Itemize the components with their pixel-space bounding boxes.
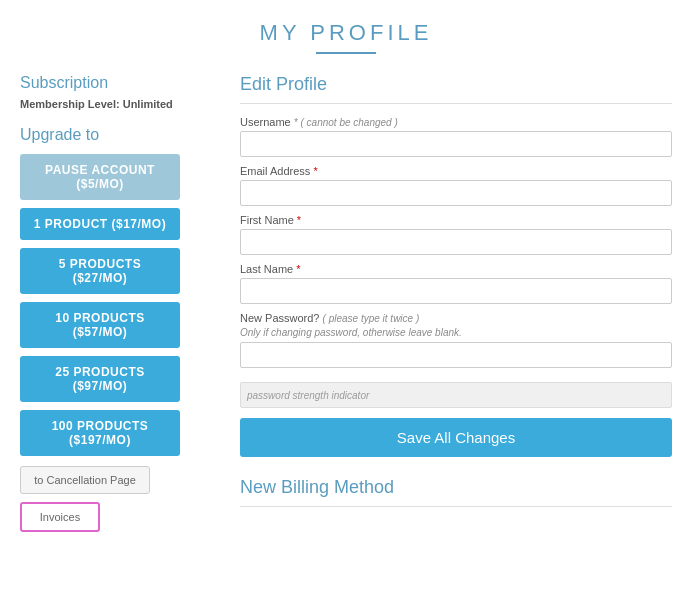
title-underline [316,52,376,54]
username-field-group: Username * ( cannot be changed ) [240,116,672,157]
password-field-group: New Password? ( please type it twice ) O… [240,312,672,374]
membership-level: Membership Level: Unlimited [20,98,220,110]
first-name-label: First Name * [240,214,672,226]
right-column: Edit Profile Username * ( cannot be chan… [240,74,672,532]
invoices-button[interactable]: Invoices [20,502,100,532]
edit-profile-divider [240,103,672,104]
email-input[interactable] [240,180,672,206]
plan-5products-button[interactable]: 5 PRODUCTS ($27/MO) [20,248,180,294]
username-input[interactable] [240,131,672,157]
edit-profile-title: Edit Profile [240,74,672,95]
first-name-field-group: First Name * [240,214,672,255]
membership-value: Unlimited [123,98,173,110]
password-label: New Password? ( please type it twice ) [240,312,672,324]
last-name-field-group: Last Name * [240,263,672,304]
email-label: Email Address * [240,165,672,177]
last-name-label: Last Name * [240,263,672,275]
password-input[interactable] [240,342,672,368]
billing-title: New Billing Method [240,477,672,498]
last-name-input[interactable] [240,278,672,304]
upgrade-title: Upgrade to [20,126,220,144]
password-hint: Only if changing password, otherwise lea… [240,327,672,338]
plan-1product-button[interactable]: 1 PRODUCT ($17/MO) [20,208,180,240]
password-strength-indicator: password strength indicator [240,382,672,408]
save-all-changes-button[interactable]: Save All Changes [240,418,672,457]
membership-label-text: Membership Level: [20,98,120,110]
username-label: Username * ( cannot be changed ) [240,116,672,128]
first-name-input[interactable] [240,229,672,255]
password-strength-text: password strength indicator [247,390,369,401]
main-content: Subscription Membership Level: Unlimited… [0,64,692,552]
plan-10products-button[interactable]: 10 PRODUCTS ($57/MO) [20,302,180,348]
page-title: MY PROFILE [0,20,692,46]
subscription-title: Subscription [20,74,220,92]
left-column: Subscription Membership Level: Unlimited… [20,74,220,532]
billing-divider [240,506,672,507]
plan-100products-button[interactable]: 100 PRODUCTS ($197/MO) [20,410,180,456]
plan-25products-button[interactable]: 25 PRODUCTS ($97/MO) [20,356,180,402]
cancellation-button[interactable]: to Cancellation Page [20,466,150,494]
plan-pause-button[interactable]: PAUSE ACCOUNT ($5/MO) [20,154,180,200]
email-field-group: Email Address * [240,165,672,206]
page-header: MY PROFILE [0,0,692,64]
